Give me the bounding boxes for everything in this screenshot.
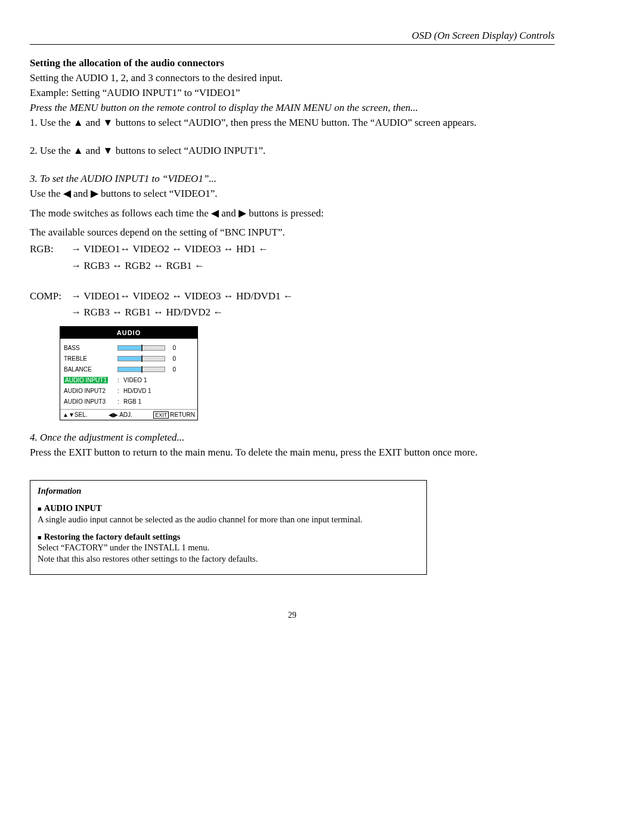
step-3b: The mode switches as follows each time t… [30, 207, 555, 221]
osd-row-treble: TREBLE 0 [64, 353, 194, 364]
preamble: Press the MENU button on the remote cont… [30, 101, 555, 115]
osd-return-hint: EXITRETURN [153, 411, 195, 418]
header-section-title: OSD (On Screen Display) Controls [30, 30, 555, 42]
bullet-icon: ■ [38, 505, 42, 512]
step-4-body: Press the EXIT button to return to the m… [30, 446, 555, 460]
step-3-heading: 3. To set the AUDIO INPUT1 to “VIDEO1”..… [30, 172, 555, 186]
osd-label: TREBLE [64, 355, 117, 362]
info-h1: AUDIO INPUT [44, 503, 102, 513]
bullet-icon: ■ [38, 534, 42, 541]
rgb-line2: → RGB3 ↔ RGB2 ↔ RGB1 ← [71, 260, 205, 271]
osd-value: 0 [169, 355, 176, 362]
osd-input2-row[interactable]: AUDIO INPUT2 : HD/DVD 1 [64, 385, 194, 396]
osd-body: BASS 0 TREBLE 0 BALANCE 0 AUDIO INPUT1 :… [60, 339, 197, 409]
info-title: Information [38, 485, 419, 497]
osd-input-label-selected: AUDIO INPUT1 [64, 377, 108, 383]
colon: : [117, 398, 123, 405]
info-p3: Note that this also restores other setti… [38, 553, 419, 565]
comp-cycle: COMP: → VIDEO1↔ VIDEO2 ↔ VIDEO3 ↔ HD/DVD… [30, 288, 555, 320]
osd-row-balance: BALANCE 0 [64, 364, 194, 374]
rgb-label: RGB: [30, 241, 69, 257]
comp-line2: → RGB3 ↔ RGB1 ↔ HD/DVD2 ← [71, 306, 223, 318]
osd-title: AUDIO [60, 327, 197, 339]
osd-input1-row[interactable]: AUDIO INPUT1 : VIDEO 1 [64, 374, 194, 385]
osd-audio-panel: AUDIO BASS 0 TREBLE 0 BALANCE 0 AUDIO IN… [60, 326, 198, 420]
osd-slider[interactable] [117, 345, 165, 351]
information-box: Information ■AUDIO INPUT A single audio … [30, 480, 427, 575]
exit-button[interactable]: EXIT [153, 411, 169, 419]
intro-line-1: Setting the AUDIO 1, 2, and 3 connectors… [30, 72, 555, 85]
osd-input-label: AUDIO INPUT2 [64, 388, 117, 394]
osd-slider[interactable] [117, 356, 165, 361]
info-p2: Select “FACTORY” under the INSTALL 1 men… [38, 542, 419, 553]
info-p1: A single audio input cannot be selected … [38, 514, 419, 525]
osd-input-value: VIDEO 1 [123, 377, 147, 383]
osd-label: BALANCE [64, 366, 117, 373]
osd-adj-hint: ◀▶ ADJ. [109, 411, 132, 418]
page-number: 29 [30, 611, 555, 620]
rgb-cycle: RGB: → VIDEO1↔ VIDEO2 ↔ VIDEO3 ↔ HD1 ← →… [30, 241, 555, 273]
osd-input-label: AUDIO INPUT3 [64, 398, 117, 405]
colon: : [117, 377, 123, 383]
osd-slider[interactable] [117, 367, 165, 372]
step-3c: The available sources depend on the sett… [30, 226, 555, 240]
info-h2: Restoring the factory default settings [44, 532, 181, 541]
step-2: 2. Use the ▲ and ▼ buttons to select “AU… [30, 144, 555, 158]
osd-input3-row[interactable]: AUDIO INPUT3 : RGB 1 [64, 396, 194, 407]
step-1: 1. Use the ▲ and ▼ buttons to select “AU… [30, 116, 555, 130]
osd-input-value: HD/DVD 1 [123, 388, 151, 394]
osd-value: 0 [169, 345, 176, 351]
osd-value: 0 [169, 366, 176, 373]
comp-label: COMP: [30, 288, 69, 304]
intro-line-2: Example: Setting “AUDIO INPUT1” to “VIDE… [30, 86, 555, 100]
osd-footer: ▲▼SEL. ◀▶ ADJ. EXITRETURN [60, 409, 197, 420]
comp-line1: → VIDEO1↔ VIDEO2 ↔ VIDEO3 ↔ HD/DVD1 ← [71, 290, 293, 302]
osd-row-bass: BASS 0 [64, 342, 194, 353]
osd-sel-hint: ▲▼SEL. [63, 411, 87, 418]
colon: : [117, 388, 123, 394]
osd-input-value: RGB 1 [123, 398, 141, 405]
section-heading: Setting the allocation of the audio conn… [30, 57, 224, 69]
header-rule [30, 44, 555, 45]
step-4-heading: 4. Once the adjustment is completed... [30, 431, 555, 445]
osd-label: BASS [64, 345, 117, 351]
step-3a: Use the ◀ and ▶ buttons to select “VIDEO… [30, 187, 555, 201]
rgb-line1: → VIDEO1↔ VIDEO2 ↔ VIDEO3 ↔ HD1 ← [71, 243, 268, 255]
